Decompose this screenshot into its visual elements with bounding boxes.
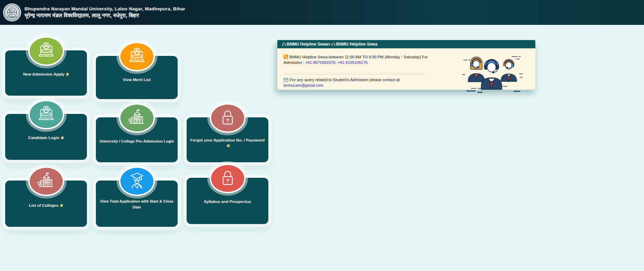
college-building-icon — [119, 103, 155, 133]
marquee-text: BNMU Helpline Sewa — [336, 42, 377, 47]
headset-icon — [282, 42, 286, 47]
university-title-english: Bhupendra Narayan Mandal University, Lal… — [24, 6, 185, 11]
lock-question-icon — [210, 103, 246, 133]
card-syllabus-prospectus[interactable]: Syllabus and Prospectus — [187, 178, 268, 224]
college-building-icon — [28, 166, 64, 196]
envelope-icon — [284, 78, 288, 82]
card-view-total-application[interactable]: View Total Application with Start & Clos… — [96, 181, 178, 227]
laptop-user-icon — [119, 42, 155, 71]
card-university-college-pre-admission-login[interactable]: University / College Pre-Admission Login — [96, 117, 178, 162]
phone-icon — [284, 55, 288, 59]
headset-icon — [331, 42, 336, 47]
card-forgot-application-password[interactable]: Forgot your Application No. / PasswordN — [187, 117, 268, 162]
card-label: Syllabus and Prospectus — [188, 199, 267, 205]
call-center-agents-illustration — [462, 55, 524, 90]
card-label: View Merit List — [98, 77, 176, 83]
decorative-dash — [466, 90, 475, 91]
card-label: University / College Pre-Admission Login — [98, 138, 176, 144]
card-new-admission-apply[interactable]: New Admission ApplyN — [5, 50, 87, 96]
decorative-dash — [513, 91, 520, 92]
new-badge-icon: N — [61, 136, 64, 140]
helpline-panel-header: BNMU Helpline Sewa>BNMU Helpline Sewa — [277, 40, 535, 48]
decorative-dash — [477, 92, 483, 93]
card-label: Candidate LoginN — [7, 135, 85, 141]
new-badge-icon: N — [66, 72, 69, 76]
card-candidate-login[interactable]: Candidate LoginN — [5, 114, 87, 160]
card-label: List of CollegesN — [7, 203, 85, 209]
app-header: Bhupendra Narayan Mandal University, Lal… — [0, 0, 644, 25]
laptop-user-icon — [28, 100, 64, 129]
card-label: Forgot your Application No. / PasswordN — [188, 137, 267, 148]
card-list-of-colleges[interactable]: List of CollegesN — [5, 181, 87, 227]
helpline-hours-line: BNMU Helpline Sewa between 11:00 AM TO 5… — [284, 55, 428, 65]
laptop-user-icon — [28, 36, 64, 66]
card-view-merit-list[interactable]: View Merit List — [96, 56, 178, 99]
card-label: View Total Application with Start & Clos… — [98, 199, 176, 210]
new-badge-icon: N — [190, 144, 267, 148]
helpline-email-line: For any query related to Student's Admis… — [284, 77, 428, 88]
lock-question-icon — [210, 164, 246, 193]
helpline-panel: BNMU Helpline Sewa>BNMU Helpline Sewa BN… — [277, 40, 535, 90]
helpline-phone-links[interactable]: +91-9570392070, +91-9155106175 — [305, 60, 368, 65]
graduate-icon — [119, 166, 155, 196]
card-label: New Admission ApplyN — [7, 71, 85, 77]
helpline-email-link[interactable]: bnmucare@gmail.com — [284, 83, 323, 87]
university-title-hindi: भूपेन्द्र नारायण मंडल विश्वविद्यालय, लाल… — [24, 12, 185, 19]
dotted-divider — [284, 74, 425, 75]
helpline-panel-body: BNMU Helpline Sewa between 11:00 AM TO 5… — [277, 48, 535, 90]
new-badge-icon: N — [60, 204, 63, 207]
marquee-text: BNMU Helpline Sewa — [287, 42, 328, 47]
university-logo — [3, 3, 21, 22]
bnmu-admission-portal: { "header": { "title_en": "Bhupendra Nar… — [0, 0, 644, 271]
